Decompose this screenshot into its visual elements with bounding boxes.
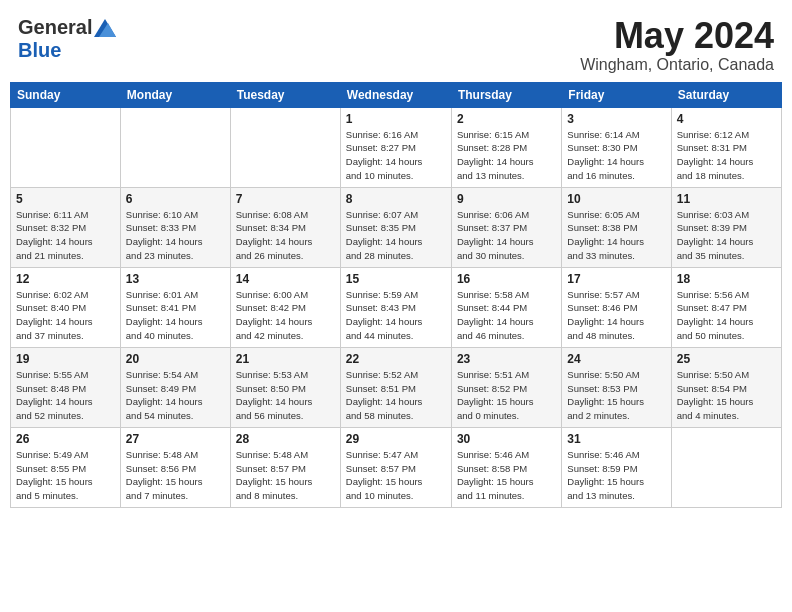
calendar-cell: 9Sunrise: 6:06 AM Sunset: 8:37 PM Daylig… xyxy=(451,187,561,267)
weekday-header: Thursday xyxy=(451,82,561,107)
day-info: Sunrise: 6:00 AM Sunset: 8:42 PM Dayligh… xyxy=(236,288,335,343)
day-number: 25 xyxy=(677,352,776,366)
calendar-week-row: 19Sunrise: 5:55 AM Sunset: 8:48 PM Dayli… xyxy=(11,347,782,427)
day-info: Sunrise: 5:59 AM Sunset: 8:43 PM Dayligh… xyxy=(346,288,446,343)
calendar-cell: 7Sunrise: 6:08 AM Sunset: 8:34 PM Daylig… xyxy=(230,187,340,267)
day-number: 17 xyxy=(567,272,665,286)
day-info: Sunrise: 5:53 AM Sunset: 8:50 PM Dayligh… xyxy=(236,368,335,423)
calendar-cell: 8Sunrise: 6:07 AM Sunset: 8:35 PM Daylig… xyxy=(340,187,451,267)
weekday-header: Friday xyxy=(562,82,671,107)
calendar-cell: 29Sunrise: 5:47 AM Sunset: 8:57 PM Dayli… xyxy=(340,427,451,507)
day-number: 18 xyxy=(677,272,776,286)
page-header: General Blue May 2024 Wingham, Ontario, … xyxy=(10,10,782,74)
day-number: 8 xyxy=(346,192,446,206)
calendar-cell: 30Sunrise: 5:46 AM Sunset: 8:58 PM Dayli… xyxy=(451,427,561,507)
day-number: 3 xyxy=(567,112,665,126)
day-info: Sunrise: 5:48 AM Sunset: 8:56 PM Dayligh… xyxy=(126,448,225,503)
day-info: Sunrise: 6:12 AM Sunset: 8:31 PM Dayligh… xyxy=(677,128,776,183)
day-number: 13 xyxy=(126,272,225,286)
day-number: 28 xyxy=(236,432,335,446)
calendar-cell xyxy=(11,107,121,187)
location-title: Wingham, Ontario, Canada xyxy=(580,56,774,74)
calendar-cell xyxy=(230,107,340,187)
calendar-cell: 23Sunrise: 5:51 AM Sunset: 8:52 PM Dayli… xyxy=(451,347,561,427)
day-info: Sunrise: 6:02 AM Sunset: 8:40 PM Dayligh… xyxy=(16,288,115,343)
day-info: Sunrise: 5:51 AM Sunset: 8:52 PM Dayligh… xyxy=(457,368,556,423)
day-number: 6 xyxy=(126,192,225,206)
calendar-cell: 2Sunrise: 6:15 AM Sunset: 8:28 PM Daylig… xyxy=(451,107,561,187)
day-number: 16 xyxy=(457,272,556,286)
calendar-cell: 3Sunrise: 6:14 AM Sunset: 8:30 PM Daylig… xyxy=(562,107,671,187)
day-info: Sunrise: 5:50 AM Sunset: 8:53 PM Dayligh… xyxy=(567,368,665,423)
day-info: Sunrise: 5:54 AM Sunset: 8:49 PM Dayligh… xyxy=(126,368,225,423)
day-info: Sunrise: 6:16 AM Sunset: 8:27 PM Dayligh… xyxy=(346,128,446,183)
day-number: 29 xyxy=(346,432,446,446)
day-number: 10 xyxy=(567,192,665,206)
calendar-cell: 10Sunrise: 6:05 AM Sunset: 8:38 PM Dayli… xyxy=(562,187,671,267)
logo: General Blue xyxy=(18,16,116,62)
calendar-cell: 12Sunrise: 6:02 AM Sunset: 8:40 PM Dayli… xyxy=(11,267,121,347)
day-number: 20 xyxy=(126,352,225,366)
calendar-cell: 13Sunrise: 6:01 AM Sunset: 8:41 PM Dayli… xyxy=(120,267,230,347)
day-number: 19 xyxy=(16,352,115,366)
day-number: 12 xyxy=(16,272,115,286)
calendar-cell: 17Sunrise: 5:57 AM Sunset: 8:46 PM Dayli… xyxy=(562,267,671,347)
calendar-cell: 4Sunrise: 6:12 AM Sunset: 8:31 PM Daylig… xyxy=(671,107,781,187)
weekday-header: Wednesday xyxy=(340,82,451,107)
day-info: Sunrise: 6:14 AM Sunset: 8:30 PM Dayligh… xyxy=(567,128,665,183)
weekday-header: Sunday xyxy=(11,82,121,107)
day-info: Sunrise: 5:55 AM Sunset: 8:48 PM Dayligh… xyxy=(16,368,115,423)
day-number: 22 xyxy=(346,352,446,366)
day-number: 1 xyxy=(346,112,446,126)
calendar-cell: 6Sunrise: 6:10 AM Sunset: 8:33 PM Daylig… xyxy=(120,187,230,267)
day-info: Sunrise: 5:46 AM Sunset: 8:59 PM Dayligh… xyxy=(567,448,665,503)
day-number: 15 xyxy=(346,272,446,286)
day-number: 11 xyxy=(677,192,776,206)
calendar-cell: 5Sunrise: 6:11 AM Sunset: 8:32 PM Daylig… xyxy=(11,187,121,267)
calendar-cell: 27Sunrise: 5:48 AM Sunset: 8:56 PM Dayli… xyxy=(120,427,230,507)
month-title: May 2024 xyxy=(580,16,774,56)
logo-blue-text: Blue xyxy=(18,39,61,62)
calendar-week-row: 5Sunrise: 6:11 AM Sunset: 8:32 PM Daylig… xyxy=(11,187,782,267)
day-number: 5 xyxy=(16,192,115,206)
day-number: 9 xyxy=(457,192,556,206)
day-number: 26 xyxy=(16,432,115,446)
calendar-cell: 18Sunrise: 5:56 AM Sunset: 8:47 PM Dayli… xyxy=(671,267,781,347)
calendar-week-row: 26Sunrise: 5:49 AM Sunset: 8:55 PM Dayli… xyxy=(11,427,782,507)
day-info: Sunrise: 6:06 AM Sunset: 8:37 PM Dayligh… xyxy=(457,208,556,263)
day-number: 14 xyxy=(236,272,335,286)
calendar-cell: 26Sunrise: 5:49 AM Sunset: 8:55 PM Dayli… xyxy=(11,427,121,507)
calendar-cell: 16Sunrise: 5:58 AM Sunset: 8:44 PM Dayli… xyxy=(451,267,561,347)
day-info: Sunrise: 6:05 AM Sunset: 8:38 PM Dayligh… xyxy=(567,208,665,263)
calendar-week-row: 1Sunrise: 6:16 AM Sunset: 8:27 PM Daylig… xyxy=(11,107,782,187)
calendar-cell: 20Sunrise: 5:54 AM Sunset: 8:49 PM Dayli… xyxy=(120,347,230,427)
day-info: Sunrise: 6:03 AM Sunset: 8:39 PM Dayligh… xyxy=(677,208,776,263)
calendar-cell: 31Sunrise: 5:46 AM Sunset: 8:59 PM Dayli… xyxy=(562,427,671,507)
day-number: 7 xyxy=(236,192,335,206)
day-info: Sunrise: 6:07 AM Sunset: 8:35 PM Dayligh… xyxy=(346,208,446,263)
calendar-cell: 15Sunrise: 5:59 AM Sunset: 8:43 PM Dayli… xyxy=(340,267,451,347)
day-info: Sunrise: 6:10 AM Sunset: 8:33 PM Dayligh… xyxy=(126,208,225,263)
day-info: Sunrise: 5:50 AM Sunset: 8:54 PM Dayligh… xyxy=(677,368,776,423)
calendar-cell: 24Sunrise: 5:50 AM Sunset: 8:53 PM Dayli… xyxy=(562,347,671,427)
day-number: 4 xyxy=(677,112,776,126)
calendar-table: SundayMondayTuesdayWednesdayThursdayFrid… xyxy=(10,82,782,508)
day-info: Sunrise: 5:49 AM Sunset: 8:55 PM Dayligh… xyxy=(16,448,115,503)
day-info: Sunrise: 5:56 AM Sunset: 8:47 PM Dayligh… xyxy=(677,288,776,343)
logo-icon xyxy=(94,19,116,37)
calendar-cell xyxy=(120,107,230,187)
calendar-cell xyxy=(671,427,781,507)
day-info: Sunrise: 5:46 AM Sunset: 8:58 PM Dayligh… xyxy=(457,448,556,503)
day-info: Sunrise: 6:01 AM Sunset: 8:41 PM Dayligh… xyxy=(126,288,225,343)
day-info: Sunrise: 6:15 AM Sunset: 8:28 PM Dayligh… xyxy=(457,128,556,183)
calendar-cell: 19Sunrise: 5:55 AM Sunset: 8:48 PM Dayli… xyxy=(11,347,121,427)
day-info: Sunrise: 6:11 AM Sunset: 8:32 PM Dayligh… xyxy=(16,208,115,263)
day-number: 31 xyxy=(567,432,665,446)
day-number: 30 xyxy=(457,432,556,446)
weekday-header: Saturday xyxy=(671,82,781,107)
calendar-cell: 22Sunrise: 5:52 AM Sunset: 8:51 PM Dayli… xyxy=(340,347,451,427)
day-number: 2 xyxy=(457,112,556,126)
calendar-cell: 14Sunrise: 6:00 AM Sunset: 8:42 PM Dayli… xyxy=(230,267,340,347)
day-number: 24 xyxy=(567,352,665,366)
day-info: Sunrise: 5:47 AM Sunset: 8:57 PM Dayligh… xyxy=(346,448,446,503)
